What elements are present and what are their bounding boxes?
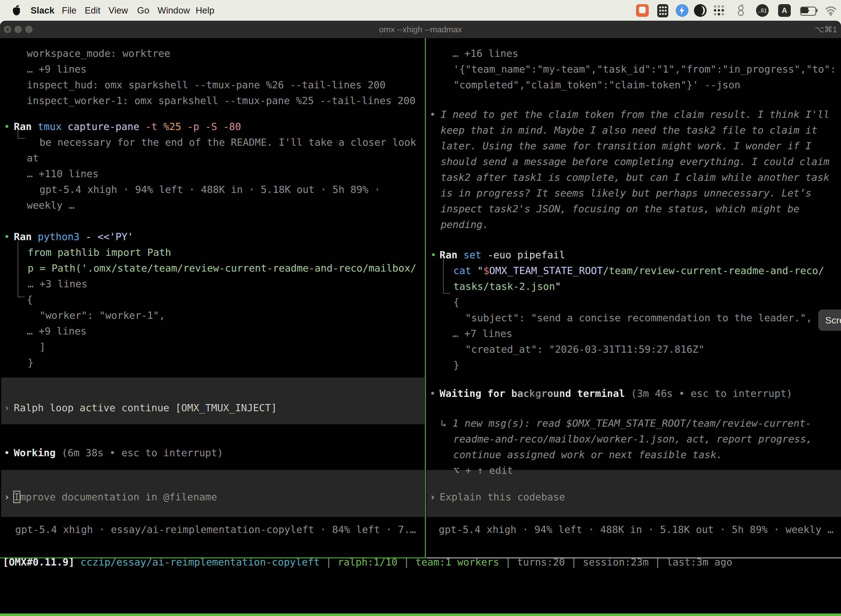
text-segment: [OMX#0.11.9]: [3, 556, 81, 568]
text-run: Waiting for background terminal (3m 46s …: [440, 386, 793, 401]
terminal-line: task2 after task1 is complete, but can I…: [0, 169, 841, 185]
text-segment: }: [453, 359, 459, 371]
prompt-input-right[interactable]: ›Explain this codebase: [0, 489, 841, 505]
window-title-bar[interactable]: omx --xhigh --madmax ⌥⌘1: [0, 21, 841, 38]
menu-app-name[interactable]: Slack: [31, 0, 54, 21]
text-run: I need to get the claim token from the c…: [441, 107, 829, 122]
text-segment: "created_at": "2026-03-31T11:59:27.816Z": [465, 343, 705, 355]
omx-status-line: [OMX#0.11.9] cczip/essay/ai-reimplementa…: [0, 554, 841, 570]
moon-circle-icon[interactable]: [694, 4, 707, 17]
text-run: keep that in mind. Maybe I also need the…: [441, 122, 817, 138]
text-segment: set: [463, 249, 488, 261]
text-run: gpt-5.4 xhigh · 94% left · 488K in · 5.1…: [439, 522, 833, 537]
terminal-line: pending.: [0, 217, 841, 232]
text-segment: is in progress? It seems likely but perh…: [441, 188, 812, 199]
tmux-window-tab[interactable]: [omx-cczip0:bash*: [3, 613, 99, 616]
text-segment: '{"team_name":"my-team","task_id":"1","f…: [453, 63, 836, 75]
text-run: … +7 lines: [453, 326, 512, 342]
terminal-content: workspace_mode: worktree… +9 linesinspec…: [0, 38, 841, 616]
text-segment: task2 after task1 is complete, but can I…: [441, 172, 829, 183]
text-run: … +16 lines: [453, 45, 518, 61]
text-segment: ": [477, 265, 484, 276]
text-run: "subject": "send a concise recommendatio…: [465, 310, 812, 326]
apple-logo-icon: [12, 5, 21, 16]
text-segment: readme-and-reco/mailbox/worker-1.json, a…: [453, 433, 812, 444]
text-run: cat "$OMX_TEAM_STATE_ROOT/team/review-cu…: [453, 263, 824, 279]
text-segment: •: [429, 109, 436, 120]
text-segment: |: [320, 556, 338, 568]
seahorse-icon[interactable]: [734, 4, 747, 17]
terminal-line: tasks/task-2.json": [0, 279, 841, 294]
text-segment: OMX_TEAM_STATE_ROOT: [489, 265, 603, 276]
text-run: ⌥ + ↑ edit: [453, 462, 513, 478]
text-segment: |: [499, 556, 517, 568]
window-title: omx --xhigh --madmax: [0, 21, 841, 38]
text-segment: |: [398, 556, 416, 568]
text-segment: session:23m: [583, 556, 648, 568]
tmux-host-clock: "MacBook-Pro-44.local" 05:03 31-Mar-26: [624, 613, 839, 616]
terminal-line: cat "$OMX_TEAM_STATE_ROOT/team/review-cu…: [0, 263, 841, 279]
text-run: Ralph loop active continue [OMX_TMUX_INJ…: [14, 400, 277, 416]
menu-edit[interactable]: Edit: [85, 0, 100, 21]
text-run: }: [453, 357, 459, 373]
text-run: Ran set -euo pipefail: [440, 247, 565, 263]
screen: Slack File Edit View Go Window Help: [0, 0, 841, 616]
input-source-icon[interactable]: A: [778, 4, 791, 17]
dots-grid-icon[interactable]: [713, 4, 725, 17]
apple-menu-icon[interactable]: [12, 5, 21, 16]
text-segment: inspect_worker-1: omx sparkshell --tmux-…: [27, 95, 416, 106]
text-run: should send a message before completing …: [441, 154, 829, 169]
menu-help[interactable]: Help: [196, 0, 214, 21]
text-segment: … +7 lines: [453, 328, 512, 339]
battery-badge-icon[interactable]: ..61: [756, 4, 769, 17]
text-run: readme-and-reco/mailbox/worker-1.json, a…: [453, 431, 812, 447]
screen-record-icon[interactable]: [636, 4, 649, 17]
terminal-line: •Waiting for background terminal (3m 46s…: [0, 386, 841, 401]
text-segment: $: [483, 265, 489, 276]
menu-file[interactable]: File: [62, 0, 76, 21]
text-segment: Waiting for background terminal: [440, 388, 631, 399]
terminal-line: keep that in mind. Maybe I also need the…: [0, 122, 841, 138]
menu-view[interactable]: View: [108, 0, 128, 21]
text-run: continue assigned work or next feasible …: [453, 447, 722, 462]
terminal-line: ↳ 1 new msg(s): read $OMX_TEAM_STATE_ROO…: [0, 415, 841, 431]
text-segment: should send a message before completing …: [441, 156, 829, 167]
text-segment: python3: [38, 231, 85, 242]
terminal-line: inspect task2's JSON, focusing on the st…: [0, 201, 841, 217]
menu-go[interactable]: Go: [137, 0, 149, 21]
text-segment: <<'PY': [97, 231, 133, 242]
text-run: is in progress? It seems likely but perh…: [441, 185, 812, 201]
text-segment: cczip/essay/ai-reimplementation-copyleft: [81, 556, 320, 568]
terminal-line: }: [0, 357, 841, 373]
terminal-line: should send a message before completing …: [0, 154, 841, 169]
screen-record-tail: [639, 14, 643, 17]
text-segment: Ran: [440, 249, 463, 261]
keypad-icon[interactable]: [657, 4, 668, 18]
text-run: {: [453, 294, 459, 310]
terminal-line: … +16 lines: [0, 45, 841, 61]
text-segment: -euo pipefail: [487, 249, 565, 261]
battery-icon[interactable]: [800, 4, 818, 17]
text-segment: ": [555, 281, 561, 292]
bolt-badge-icon[interactable]: [676, 4, 689, 17]
screen-tooltip: Scre: [818, 309, 841, 331]
text-segment: "completed","claim_token":"claim-token"}…: [453, 79, 740, 91]
text-segment: turns:20: [517, 556, 565, 568]
wifi-icon[interactable]: [825, 4, 837, 17]
text-run: •: [431, 247, 437, 263]
text-run: inspect_worker-1: omx sparkshell --tmux-…: [27, 93, 416, 109]
text-segment: gpt-5.4 xhigh · 94% left · 488K in · 5.1…: [439, 524, 833, 535]
terminal-window: omx --xhigh --madmax ⌥⌘1 workspace_mode:…: [0, 21, 841, 616]
text-run: [OMX#0.11.9] cczip/essay/ai-reimplementa…: [3, 554, 732, 570]
terminal-line: readme-and-reco/mailbox/worker-1.json, a…: [0, 431, 841, 447]
menu-window[interactable]: Window: [158, 0, 190, 21]
text-run: ›: [4, 400, 10, 416]
text-run: ↳ 1 new msg(s): read $OMX_TEAM_STATE_ROO…: [441, 415, 812, 431]
text-segment: 1 new msg(s): read $OMX_TEAM_STATE_ROOT/…: [453, 418, 811, 429]
text-segment: team:1 workers: [416, 556, 499, 568]
text-run: •: [429, 107, 436, 122]
text-segment: "subject": "send a concise recommendatio…: [465, 312, 812, 323]
text-segment: ⌥ + ↑ edit: [453, 465, 513, 476]
text-run: •: [429, 386, 436, 401]
text-run: task2 after task1 is complete, but can I…: [441, 169, 829, 185]
